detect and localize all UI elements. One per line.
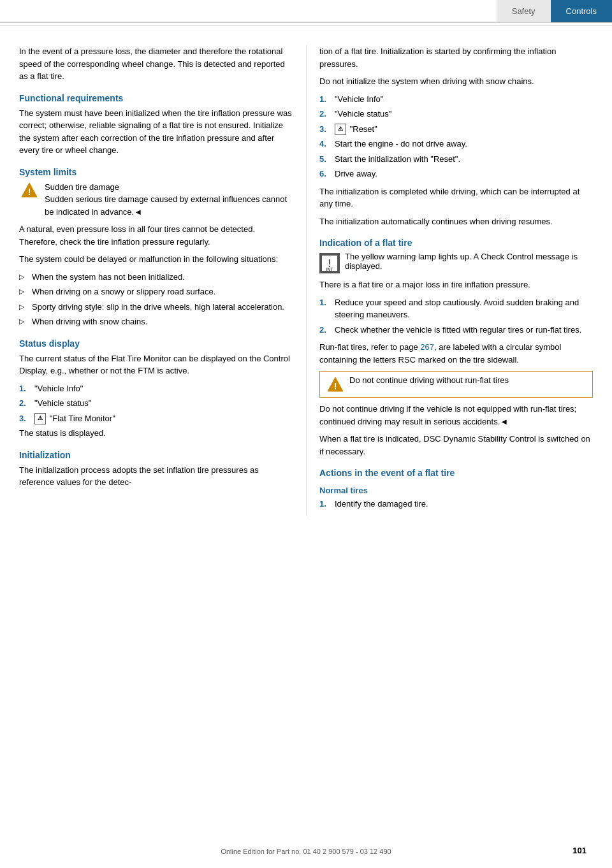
bullet-item: When the system has not been initialized… xyxy=(19,271,293,284)
normal-tires-list: 1. Identify the damaged tire. xyxy=(319,498,593,510)
tab-controls[interactable]: Controls xyxy=(551,0,612,22)
status-list: 1. "Vehicle Info" 2. "Vehicle status" 3.… xyxy=(19,382,293,440)
page-number: 101 xyxy=(572,846,586,855)
page-link[interactable]: 267 xyxy=(420,342,434,352)
list-item: 2. "Vehicle status" xyxy=(19,397,293,410)
list-item: 5. Start the initialization with "Reset"… xyxy=(319,153,593,166)
list-item: 2. "Vehicle status" xyxy=(319,108,593,120)
list-item: 1. "Vehicle Info" xyxy=(319,93,593,106)
system-limits-p1: A natural, even pressure loss in all fou… xyxy=(19,223,293,248)
list-item: 1. Identify the damaged tire. xyxy=(319,498,593,510)
dsc-note: When a flat tire is indicated, DSC Dynam… xyxy=(319,433,593,458)
check-control-icon: ! INT xyxy=(319,253,340,273)
init-note1: The initialization is completed while dr… xyxy=(319,185,593,210)
bullet-item: When driving on a snowy or slippery road… xyxy=(19,286,293,298)
intro-paragraph: In the event of a pressure loss, the dia… xyxy=(19,45,293,83)
bullet-list: When the system has not been initialized… xyxy=(19,271,293,328)
svg-text:!: ! xyxy=(334,381,337,391)
indication-text: There is a flat tire or a major loss in … xyxy=(319,278,593,291)
list-item: 6. Drive away. xyxy=(319,168,593,180)
initialization-cont: tion of a flat tire. Initialization is s… xyxy=(319,45,593,70)
list-item: The status is displayed. xyxy=(19,427,293,440)
functional-requirements-heading: Functional requirements xyxy=(19,93,293,103)
bullet-item: Sporty driving style: slip in the drive … xyxy=(19,301,293,314)
svg-text:!: ! xyxy=(28,187,31,197)
do-not-drive-box: ! Do not continue driving without run-fl… xyxy=(319,371,593,398)
list-item: 3. ⚠ "Flat Tire Monitor" xyxy=(19,412,293,425)
indication-icon-block: ! INT The yellow warning lamp lights up.… xyxy=(319,252,593,273)
functional-requirements-text: The system must have been initialized wh… xyxy=(19,107,293,157)
init-note2: The initialization automatically continu… xyxy=(319,215,593,228)
list-item: 2. Check whether the vehicle is fitted w… xyxy=(319,324,593,336)
main-content: In the event of a pressure loss, the dia… xyxy=(0,33,612,541)
list-item: 3. ⚠ "Reset" xyxy=(319,123,593,136)
status-display-text: The current status of the Flat Tire Moni… xyxy=(19,352,293,377)
actions-heading: Actions in the event of a flat tire xyxy=(319,468,593,478)
init-list: 1. "Vehicle Info" 2. "Vehicle status" 3.… xyxy=(319,93,593,180)
online-edition-text: Online Edition for Part no. 01 40 2 900 … xyxy=(221,848,391,855)
system-limits-p2: The system could be delayed or malfuncti… xyxy=(19,253,293,266)
list-item: 4. Start the engine - do not drive away. xyxy=(319,138,593,150)
footer: Online Edition for Part no. 01 40 2 900 … xyxy=(0,848,612,855)
warning-triangle-icon: ! xyxy=(20,181,38,199)
warning-triangle-icon2: ! xyxy=(326,375,344,393)
left-column: In the event of a pressure loss, the dia… xyxy=(19,45,306,516)
system-limits-warning-text: Sudden tire damage Sudden serious tire d… xyxy=(45,181,293,219)
svg-text:INT: INT xyxy=(326,267,333,271)
system-limits-warning-block: ! Sudden tire damage Sudden serious tire… xyxy=(19,181,293,219)
run-flat-note: Run-flat tires, refer to page 267, are l… xyxy=(319,341,593,366)
tab-safety[interactable]: Safety xyxy=(497,0,551,22)
list-item: 1. Reduce your speed and stop cautiously… xyxy=(319,296,593,321)
indication-list: 1. Reduce your speed and stop cautiously… xyxy=(319,296,593,336)
do-not-init: Do not initialize the system when drivin… xyxy=(319,75,593,88)
initialization-text: The initialization process adopts the se… xyxy=(19,464,293,489)
system-limits-heading: System limits xyxy=(19,167,293,177)
initialization-heading: Initialization xyxy=(19,450,293,460)
init-icon: ⚠ xyxy=(335,124,346,135)
bullet-item: When driving with snow chains. xyxy=(19,315,293,328)
ftm-icon: ⚠ xyxy=(34,413,46,424)
indication-heading: Indication of a flat tire xyxy=(319,238,593,248)
indication-icon-text: The yellow warning lamp lights up. A Che… xyxy=(345,252,593,271)
do-not-drive-warning: Do not continue driving without run-flat… xyxy=(349,375,509,385)
page-header: Safety Controls xyxy=(0,0,612,23)
right-column: tion of a flat tire. Initialization is s… xyxy=(306,45,593,516)
normal-tires-heading: Normal tires xyxy=(319,486,593,495)
status-display-heading: Status display xyxy=(19,338,293,349)
do-not-drive-text: Do not continue driving if the vehicle i… xyxy=(319,403,593,428)
list-item: 1. "Vehicle Info" xyxy=(19,382,293,395)
